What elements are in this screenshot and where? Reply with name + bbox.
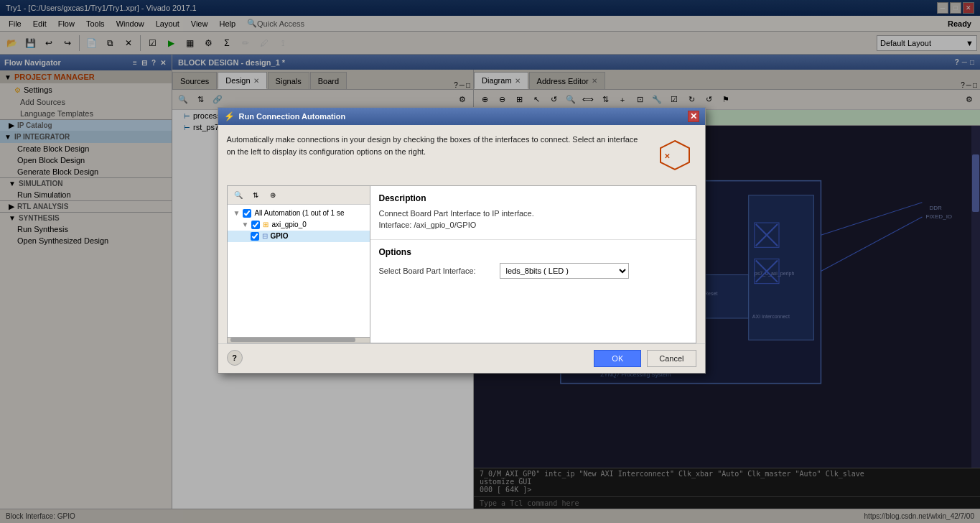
all-automation-label: All Automation (1 out of 1 se xyxy=(254,209,344,217)
board-part-row: Select Board Part Interface: leds_8bits … xyxy=(379,263,687,279)
modal-ok-button[interactable]: OK xyxy=(594,350,641,367)
select-board-label: Select Board Part Interface: xyxy=(379,267,494,275)
modal-help-btn[interactable]: ? xyxy=(227,350,243,366)
modal-title-area: ⚡ Run Connection Automation xyxy=(224,111,346,121)
modal-desc-area: Automatically make connections in your d… xyxy=(227,134,645,177)
desc-text1: Connect Board Part Interface to IP inter… xyxy=(379,209,687,218)
desc-text2: Interface: /axi_gpio_0/GPIO xyxy=(379,221,687,229)
modal-titlebar: ⚡ Run Connection Automation ✕ xyxy=(218,108,705,125)
modal-content-area: 🔍 ⇅ ⊕ ▼ All Automation (1 out of 1 se ▼ xyxy=(218,185,705,343)
modal-icon: ⚡ xyxy=(224,111,235,121)
modal-body: Automatically make connections in your d… xyxy=(218,125,705,185)
run-connection-modal: ⚡ Run Connection Automation ✕ Automatica… xyxy=(218,107,706,374)
tree-search-btn[interactable]: 🔍 xyxy=(230,187,246,203)
modal-options-section: Options Select Board Part Interface: led… xyxy=(370,240,696,290)
gpio-port-icon: ⊟ xyxy=(262,232,268,240)
modal-title: Run Connection Automation xyxy=(239,112,346,121)
gpio-checkbox[interactable] xyxy=(251,232,259,241)
tree-all-automation[interactable]: ▼ All Automation (1 out of 1 se xyxy=(228,208,370,219)
tree-filter-btn[interactable]: ⇅ xyxy=(248,187,263,203)
desc-title: Description xyxy=(379,193,687,203)
modal-tree-toolbar: 🔍 ⇅ ⊕ xyxy=(228,186,370,205)
tree-axi-gpio[interactable]: ▼ ⊞ axi_gpio_0 xyxy=(228,219,370,231)
gpio-expand-icon: ▼ xyxy=(242,221,249,228)
axi-gpio-label: axi_gpio_0 xyxy=(271,221,306,228)
gpio-label: GPIO xyxy=(271,232,289,240)
modal-desc-section: Description Connect Board Part Interface… xyxy=(370,186,696,240)
modal-cancel-button[interactable]: Cancel xyxy=(647,350,696,367)
modal-tree-panel: 🔍 ⇅ ⊕ ▼ All Automation (1 out of 1 se ▼ xyxy=(227,185,370,343)
modal-close-btn[interactable]: ✕ xyxy=(688,111,699,122)
gpio-chip-icon: ⊞ xyxy=(263,221,269,228)
modal-right-panel: Description Connect Board Part Interface… xyxy=(370,185,696,343)
modal-tree: ▼ All Automation (1 out of 1 se ▼ ⊞ axi_… xyxy=(228,205,370,337)
modal-overlay: ⚡ Run Connection Automation ✕ Automatica… xyxy=(0,0,980,523)
tree-expand-btn[interactable]: ⊕ xyxy=(265,187,281,203)
all-automation-checkbox[interactable] xyxy=(243,209,251,218)
svg-text:✕: ✕ xyxy=(664,152,670,160)
modal-logo: ✕ xyxy=(653,134,696,177)
tree-gpio[interactable]: ⊟ GPIO xyxy=(228,231,370,242)
modal-footer: ? OK Cancel xyxy=(218,343,705,373)
xilinx-logo: ✕ xyxy=(657,137,693,173)
tree-hscrollbar[interactable] xyxy=(228,337,370,343)
tree-hscrollbar-thumb[interactable] xyxy=(230,338,355,342)
modal-description: Automatically make connections in your d… xyxy=(227,134,645,159)
axi-gpio-checkbox[interactable] xyxy=(251,221,260,229)
help-icon: ? xyxy=(232,353,237,362)
options-title: Options xyxy=(379,247,687,257)
board-part-select[interactable]: leds_8bits ( LED ) btns_5bits ( BTN ) sw… xyxy=(500,263,629,279)
all-expand-icon: ▼ xyxy=(233,209,241,217)
modal-footer-spacer xyxy=(248,350,589,367)
